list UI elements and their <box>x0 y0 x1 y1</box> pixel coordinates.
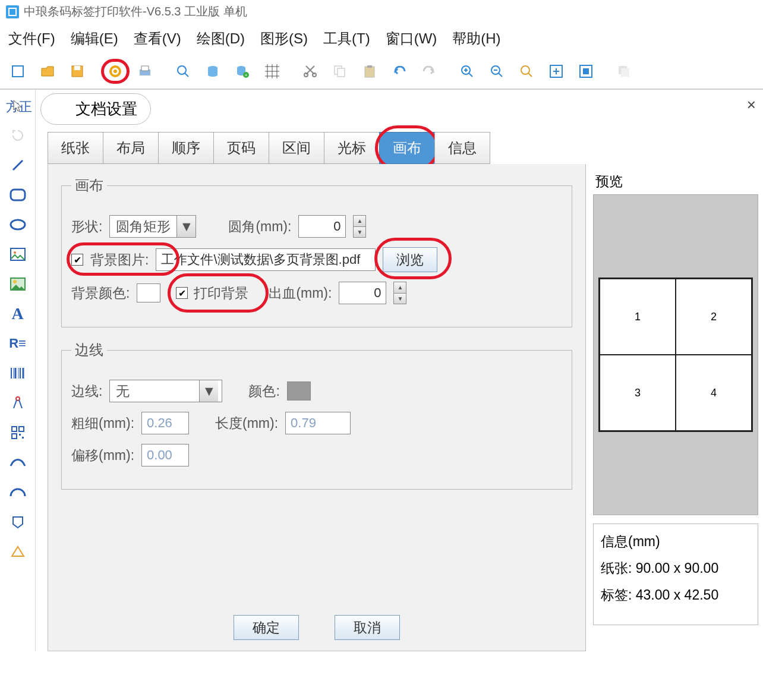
swatch-border-color[interactable] <box>287 381 311 401</box>
close-button[interactable]: × <box>747 96 756 114</box>
menu-window[interactable]: 窗口(W) <box>386 29 437 48</box>
zoom-reset-button[interactable] <box>512 59 541 84</box>
tab-cursor[interactable]: 光标 <box>324 132 380 164</box>
undo-button[interactable] <box>385 59 414 84</box>
menu-view[interactable]: 查看(V) <box>134 29 181 48</box>
select-border[interactable]: 无 ▼ <box>109 380 222 402</box>
cancel-button[interactable]: 取消 <box>335 615 400 640</box>
checkbox-printbg[interactable]: ✔ <box>176 287 188 299</box>
checkbox-bgimg[interactable]: ✔ <box>71 254 83 266</box>
qrcode-tool[interactable] <box>4 419 31 446</box>
arc-tool[interactable] <box>4 478 31 506</box>
grid-button[interactable] <box>258 59 286 84</box>
tab-range[interactable]: 区间 <box>269 132 324 164</box>
menu-tool[interactable]: 工具(T) <box>323 29 370 48</box>
database-add-button[interactable]: + <box>228 59 257 84</box>
round-rect-tool[interactable] <box>4 181 31 209</box>
tab-info[interactable]: 信息 <box>434 132 490 164</box>
titlebar: 中琅条码标签打印软件-V6.5.3 工业版 单机 <box>0 0 763 23</box>
browse-button[interactable]: 浏览 <box>383 247 437 272</box>
input-bleed[interactable] <box>339 282 386 304</box>
settings-button[interactable] <box>101 59 130 84</box>
triangle-icon <box>11 546 25 557</box>
chevron-down-icon: ▼ <box>176 216 196 237</box>
tab-canvas[interactable]: 画布 <box>379 132 435 164</box>
fullscreen-button[interactable] <box>572 59 600 84</box>
label-border: 边线: <box>71 382 102 401</box>
curve-tool[interactable] <box>4 449 31 476</box>
pointer-tool[interactable] <box>4 92 31 119</box>
cut-button[interactable] <box>296 59 324 84</box>
cursor-icon <box>11 99 25 113</box>
open-button[interactable] <box>33 59 62 84</box>
menu-draw[interactable]: 绘图(D) <box>197 29 245 48</box>
text-icon: A <box>11 304 23 323</box>
menu-edit[interactable]: 编辑(E) <box>71 29 118 48</box>
tab-paper[interactable]: 纸张 <box>48 132 103 164</box>
spinner-bleed[interactable]: ▲▼ <box>393 282 406 304</box>
database-button[interactable] <box>198 59 227 84</box>
menu-help[interactable]: 帮助(H) <box>452 29 500 48</box>
menu-shape[interactable]: 图形(S) <box>260 29 308 48</box>
fieldset-canvas: 画布 形状: 圆角矩形 ▼ 圆角(mm): ▲▼ <box>61 176 572 327</box>
svg-rect-41 <box>11 190 25 200</box>
print-button[interactable] <box>131 59 159 84</box>
tool-palette: A R≡ <box>0 90 36 651</box>
copy-button[interactable] <box>326 59 354 84</box>
svg-rect-55 <box>19 427 24 431</box>
barcode-tool[interactable] <box>4 360 31 387</box>
fit-button[interactable] <box>542 59 570 84</box>
ellipse-icon <box>10 219 26 231</box>
save-button[interactable] <box>63 59 92 84</box>
compass-tool[interactable] <box>4 389 31 417</box>
svg-point-20 <box>304 73 308 77</box>
picture-icon <box>10 278 26 291</box>
input-radius[interactable] <box>298 215 346 238</box>
select-border-value: 无 <box>110 382 199 401</box>
text-tool[interactable]: A <box>4 300 31 327</box>
svg-rect-37 <box>583 68 589 74</box>
ok-button[interactable]: 确定 <box>234 615 299 640</box>
polygon-tool[interactable] <box>4 508 31 535</box>
tab-pageno[interactable]: 页码 <box>213 132 269 164</box>
svg-line-9 <box>185 73 188 77</box>
svg-rect-59 <box>55 103 62 110</box>
select-shape[interactable]: 圆角矩形 ▼ <box>109 215 196 238</box>
svg-point-33 <box>521 66 529 74</box>
layers-button[interactable] <box>610 59 638 84</box>
swatch-bgcolor[interactable] <box>137 283 160 302</box>
paste-button[interactable] <box>355 59 384 84</box>
svg-rect-24 <box>365 67 374 77</box>
image-tool[interactable] <box>4 241 31 268</box>
scissors-icon <box>302 64 318 79</box>
new-doc-button[interactable] <box>4 59 32 84</box>
line-tool[interactable] <box>4 152 31 179</box>
barcode-icon <box>10 367 26 380</box>
svg-rect-56 <box>12 434 17 439</box>
picture-tool[interactable] <box>4 270 31 298</box>
preview-cell: 4 <box>676 355 752 431</box>
menu-file[interactable]: 文件(F) <box>8 29 55 48</box>
svg-rect-1 <box>12 66 23 77</box>
redo-button[interactable] <box>415 59 443 84</box>
tab-layout[interactable]: 布局 <box>103 132 159 164</box>
richtext-tool[interactable]: R≡ <box>4 330 31 357</box>
image-icon <box>10 248 26 261</box>
input-bgimg-path[interactable] <box>156 248 376 271</box>
dialog-footer: 确定 取消 <box>48 615 585 640</box>
preview-cell: 1 <box>600 279 676 355</box>
ellipse-tool[interactable] <box>4 211 31 238</box>
svg-text:+: + <box>245 72 248 78</box>
svg-rect-25 <box>367 65 372 68</box>
spinner-radius[interactable]: ▲▼ <box>353 215 366 238</box>
rotate-tool[interactable] <box>4 122 31 149</box>
zoom-in-button[interactable] <box>453 59 481 84</box>
chevron-down-icon: ▼ <box>199 380 218 402</box>
tab-order[interactable]: 顺序 <box>158 132 214 164</box>
zoom-out-button[interactable] <box>483 59 511 84</box>
app-title: 中琅条码标签打印软件-V6.5.3 工业版 单机 <box>24 4 247 20</box>
triangle-tool[interactable] <box>4 538 31 565</box>
zoom-page-button[interactable] <box>169 59 197 84</box>
legend-canvas: 画布 <box>71 176 107 195</box>
svg-rect-23 <box>338 68 345 77</box>
